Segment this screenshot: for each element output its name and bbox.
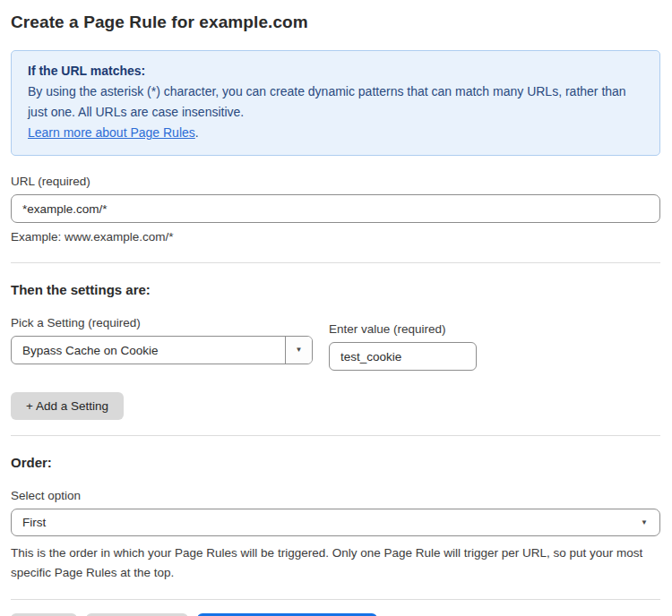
- divider: [11, 435, 660, 436]
- info-box-heading: If the URL matches:: [28, 61, 643, 81]
- url-input[interactable]: [11, 194, 660, 223]
- order-section-heading: Order:: [11, 455, 660, 470]
- settings-section-heading: Then the settings are:: [11, 282, 660, 297]
- divider: [11, 262, 660, 263]
- order-select-label: Select option: [11, 489, 660, 502]
- page-title: Create a Page Rule for example.com: [11, 13, 660, 32]
- value-field-label: Enter value (required): [329, 322, 477, 336]
- link-suffix: .: [195, 125, 199, 140]
- url-example-hint: Example: www.example.com/*: [11, 230, 660, 244]
- url-match-info-box: If the URL matches: By using the asteris…: [11, 50, 660, 156]
- divider: [11, 599, 660, 600]
- order-help-text: This is the order in which your Page Rul…: [11, 543, 656, 583]
- setting-select[interactable]: Bypass Cache on Cookie ▼: [11, 336, 313, 364]
- add-setting-button[interactable]: + Add a Setting: [11, 392, 124, 420]
- order-select-value: First: [22, 516, 46, 529]
- setting-picker-column: Pick a Setting (required) Bypass Cache o…: [11, 297, 313, 364]
- setting-value-input[interactable]: [329, 342, 477, 371]
- setting-select-label: Pick a Setting (required): [11, 316, 313, 329]
- learn-more-link[interactable]: Learn more about Page Rules: [28, 125, 195, 140]
- url-field-label: URL (required): [11, 175, 660, 188]
- settings-row: Pick a Setting (required) Bypass Cache o…: [11, 297, 660, 371]
- chevron-down-icon: ▼: [641, 519, 648, 526]
- info-box-body: By using the asterisk (*) character, you…: [28, 81, 643, 123]
- order-select[interactable]: First ▼: [11, 509, 660, 536]
- setting-select-arrow-button[interactable]: ▼: [285, 337, 312, 364]
- chevron-down-icon: ▼: [296, 346, 303, 354]
- setting-value-column: Enter value (required): [329, 297, 477, 371]
- info-box-link-line: Learn more about Page Rules.: [28, 123, 643, 143]
- setting-select-value: Bypass Cache on Cookie: [12, 337, 285, 364]
- create-page-rule-form: Create a Page Rule for example.com If th…: [0, 0, 672, 616]
